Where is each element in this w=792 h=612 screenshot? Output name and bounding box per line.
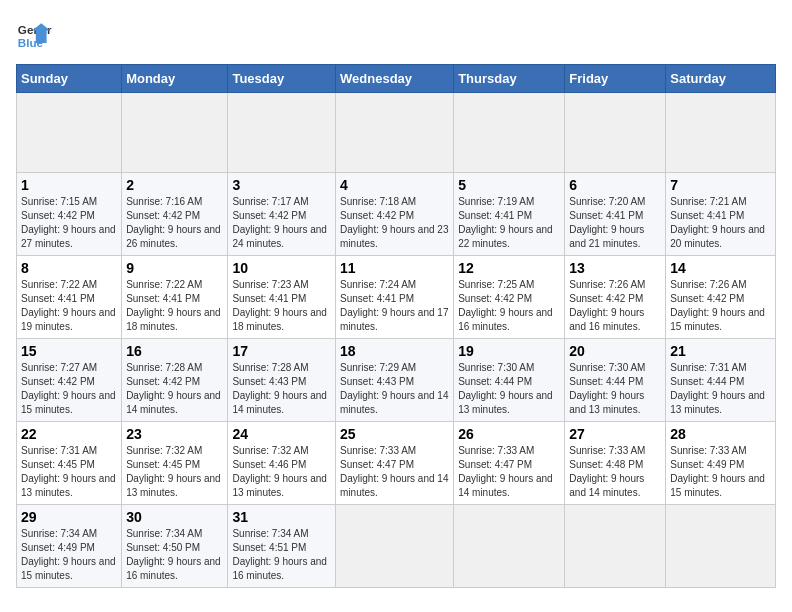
calendar-cell: 18Sunrise: 7:29 AMSunset: 4:43 PMDayligh… bbox=[336, 339, 454, 422]
day-number: 19 bbox=[458, 343, 560, 359]
day-number: 20 bbox=[569, 343, 661, 359]
calendar-cell: 13Sunrise: 7:26 AMSunset: 4:42 PMDayligh… bbox=[565, 256, 666, 339]
calendar-cell bbox=[565, 505, 666, 588]
day-number: 2 bbox=[126, 177, 223, 193]
day-number: 31 bbox=[232, 509, 331, 525]
day-info: Sunrise: 7:22 AMSunset: 4:41 PMDaylight:… bbox=[21, 278, 117, 334]
calendar-header: SundayMondayTuesdayWednesdayThursdayFrid… bbox=[17, 65, 776, 93]
col-header-thursday: Thursday bbox=[454, 65, 565, 93]
calendar-cell: 1Sunrise: 7:15 AMSunset: 4:42 PMDaylight… bbox=[17, 173, 122, 256]
week-row-5: 22Sunrise: 7:31 AMSunset: 4:45 PMDayligh… bbox=[17, 422, 776, 505]
day-info: Sunrise: 7:33 AMSunset: 4:49 PMDaylight:… bbox=[670, 444, 771, 500]
day-number: 5 bbox=[458, 177, 560, 193]
day-number: 23 bbox=[126, 426, 223, 442]
day-number: 10 bbox=[232, 260, 331, 276]
calendar-cell bbox=[122, 93, 228, 173]
day-number: 25 bbox=[340, 426, 449, 442]
calendar-cell bbox=[336, 93, 454, 173]
day-number: 18 bbox=[340, 343, 449, 359]
day-number: 16 bbox=[126, 343, 223, 359]
day-info: Sunrise: 7:34 AMSunset: 4:51 PMDaylight:… bbox=[232, 527, 331, 583]
day-info: Sunrise: 7:21 AMSunset: 4:41 PMDaylight:… bbox=[670, 195, 771, 251]
day-info: Sunrise: 7:28 AMSunset: 4:43 PMDaylight:… bbox=[232, 361, 331, 417]
day-number: 9 bbox=[126, 260, 223, 276]
calendar-body: 1Sunrise: 7:15 AMSunset: 4:42 PMDaylight… bbox=[17, 93, 776, 588]
day-info: Sunrise: 7:17 AMSunset: 4:42 PMDaylight:… bbox=[232, 195, 331, 251]
calendar-cell: 9Sunrise: 7:22 AMSunset: 4:41 PMDaylight… bbox=[122, 256, 228, 339]
calendar-cell bbox=[336, 505, 454, 588]
day-info: Sunrise: 7:20 AMSunset: 4:41 PMDaylight:… bbox=[569, 195, 661, 251]
day-info: Sunrise: 7:30 AMSunset: 4:44 PMDaylight:… bbox=[458, 361, 560, 417]
day-number: 28 bbox=[670, 426, 771, 442]
week-row-2: 1Sunrise: 7:15 AMSunset: 4:42 PMDaylight… bbox=[17, 173, 776, 256]
calendar-cell: 12Sunrise: 7:25 AMSunset: 4:42 PMDayligh… bbox=[454, 256, 565, 339]
calendar-cell: 26Sunrise: 7:33 AMSunset: 4:47 PMDayligh… bbox=[454, 422, 565, 505]
day-info: Sunrise: 7:26 AMSunset: 4:42 PMDaylight:… bbox=[670, 278, 771, 334]
day-number: 21 bbox=[670, 343, 771, 359]
day-number: 17 bbox=[232, 343, 331, 359]
calendar-cell bbox=[17, 93, 122, 173]
day-number: 26 bbox=[458, 426, 560, 442]
calendar-cell: 23Sunrise: 7:32 AMSunset: 4:45 PMDayligh… bbox=[122, 422, 228, 505]
calendar-cell: 8Sunrise: 7:22 AMSunset: 4:41 PMDaylight… bbox=[17, 256, 122, 339]
day-number: 12 bbox=[458, 260, 560, 276]
col-header-friday: Friday bbox=[565, 65, 666, 93]
logo-icon: General Blue bbox=[16, 16, 52, 52]
day-info: Sunrise: 7:30 AMSunset: 4:44 PMDaylight:… bbox=[569, 361, 661, 417]
calendar-cell: 2Sunrise: 7:16 AMSunset: 4:42 PMDaylight… bbox=[122, 173, 228, 256]
week-row-6: 29Sunrise: 7:34 AMSunset: 4:49 PMDayligh… bbox=[17, 505, 776, 588]
calendar-cell: 3Sunrise: 7:17 AMSunset: 4:42 PMDaylight… bbox=[228, 173, 336, 256]
col-header-tuesday: Tuesday bbox=[228, 65, 336, 93]
calendar-cell: 20Sunrise: 7:30 AMSunset: 4:44 PMDayligh… bbox=[565, 339, 666, 422]
calendar-cell bbox=[454, 505, 565, 588]
calendar-cell: 5Sunrise: 7:19 AMSunset: 4:41 PMDaylight… bbox=[454, 173, 565, 256]
day-info: Sunrise: 7:33 AMSunset: 4:48 PMDaylight:… bbox=[569, 444, 661, 500]
col-header-wednesday: Wednesday bbox=[336, 65, 454, 93]
week-row-4: 15Sunrise: 7:27 AMSunset: 4:42 PMDayligh… bbox=[17, 339, 776, 422]
calendar-cell: 11Sunrise: 7:24 AMSunset: 4:41 PMDayligh… bbox=[336, 256, 454, 339]
day-info: Sunrise: 7:32 AMSunset: 4:45 PMDaylight:… bbox=[126, 444, 223, 500]
calendar-cell: 6Sunrise: 7:20 AMSunset: 4:41 PMDaylight… bbox=[565, 173, 666, 256]
day-number: 15 bbox=[21, 343, 117, 359]
calendar-cell: 4Sunrise: 7:18 AMSunset: 4:42 PMDaylight… bbox=[336, 173, 454, 256]
calendar-cell bbox=[666, 505, 776, 588]
week-row-1 bbox=[17, 93, 776, 173]
header: General Blue bbox=[16, 16, 776, 52]
calendar-cell: 17Sunrise: 7:28 AMSunset: 4:43 PMDayligh… bbox=[228, 339, 336, 422]
day-info: Sunrise: 7:33 AMSunset: 4:47 PMDaylight:… bbox=[458, 444, 560, 500]
day-info: Sunrise: 7:27 AMSunset: 4:42 PMDaylight:… bbox=[21, 361, 117, 417]
calendar-cell: 25Sunrise: 7:33 AMSunset: 4:47 PMDayligh… bbox=[336, 422, 454, 505]
day-info: Sunrise: 7:16 AMSunset: 4:42 PMDaylight:… bbox=[126, 195, 223, 251]
calendar-cell: 15Sunrise: 7:27 AMSunset: 4:42 PMDayligh… bbox=[17, 339, 122, 422]
day-info: Sunrise: 7:32 AMSunset: 4:46 PMDaylight:… bbox=[232, 444, 331, 500]
day-number: 27 bbox=[569, 426, 661, 442]
day-number: 8 bbox=[21, 260, 117, 276]
day-number: 3 bbox=[232, 177, 331, 193]
week-row-3: 8Sunrise: 7:22 AMSunset: 4:41 PMDaylight… bbox=[17, 256, 776, 339]
header-row: SundayMondayTuesdayWednesdayThursdayFrid… bbox=[17, 65, 776, 93]
calendar-table: SundayMondayTuesdayWednesdayThursdayFrid… bbox=[16, 64, 776, 588]
day-info: Sunrise: 7:15 AMSunset: 4:42 PMDaylight:… bbox=[21, 195, 117, 251]
day-info: Sunrise: 7:19 AMSunset: 4:41 PMDaylight:… bbox=[458, 195, 560, 251]
day-number: 1 bbox=[21, 177, 117, 193]
calendar-cell: 24Sunrise: 7:32 AMSunset: 4:46 PMDayligh… bbox=[228, 422, 336, 505]
day-info: Sunrise: 7:25 AMSunset: 4:42 PMDaylight:… bbox=[458, 278, 560, 334]
calendar-cell: 21Sunrise: 7:31 AMSunset: 4:44 PMDayligh… bbox=[666, 339, 776, 422]
day-number: 22 bbox=[21, 426, 117, 442]
col-header-sunday: Sunday bbox=[17, 65, 122, 93]
day-number: 29 bbox=[21, 509, 117, 525]
calendar-cell bbox=[565, 93, 666, 173]
day-info: Sunrise: 7:23 AMSunset: 4:41 PMDaylight:… bbox=[232, 278, 331, 334]
day-number: 11 bbox=[340, 260, 449, 276]
calendar-cell: 31Sunrise: 7:34 AMSunset: 4:51 PMDayligh… bbox=[228, 505, 336, 588]
day-number: 30 bbox=[126, 509, 223, 525]
day-info: Sunrise: 7:31 AMSunset: 4:44 PMDaylight:… bbox=[670, 361, 771, 417]
day-info: Sunrise: 7:18 AMSunset: 4:42 PMDaylight:… bbox=[340, 195, 449, 251]
day-number: 24 bbox=[232, 426, 331, 442]
day-number: 4 bbox=[340, 177, 449, 193]
day-info: Sunrise: 7:28 AMSunset: 4:42 PMDaylight:… bbox=[126, 361, 223, 417]
col-header-saturday: Saturday bbox=[666, 65, 776, 93]
calendar-cell: 29Sunrise: 7:34 AMSunset: 4:49 PMDayligh… bbox=[17, 505, 122, 588]
calendar-cell: 22Sunrise: 7:31 AMSunset: 4:45 PMDayligh… bbox=[17, 422, 122, 505]
calendar-cell bbox=[228, 93, 336, 173]
